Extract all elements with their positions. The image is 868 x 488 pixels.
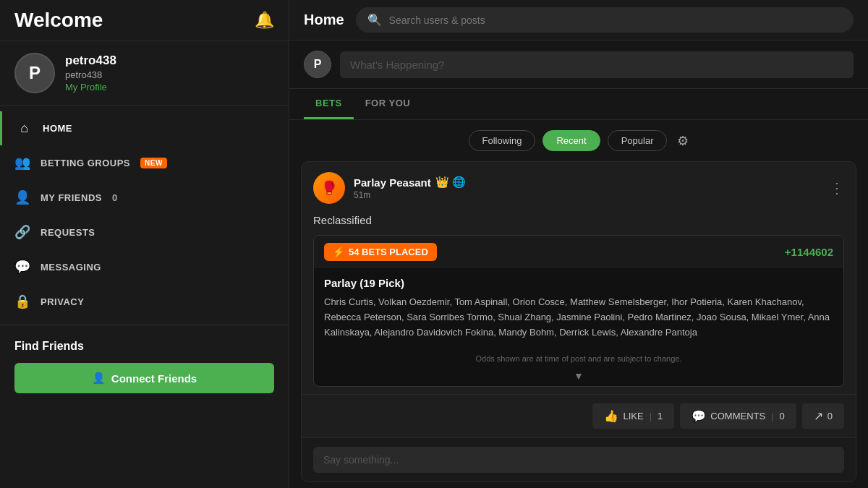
nav-label-home: HOME <box>43 123 72 134</box>
connect-label: Connect Friends <box>111 372 197 385</box>
bets-badge-label: 54 BETS PLACED <box>349 247 428 257</box>
nav-section: ⌂ HOME 👥 BETTING GROUPS NEW 👤 MY FRIENDS… <box>0 106 289 325</box>
nav-label-betting-groups: BETTING GROUPS <box>41 158 130 168</box>
sidebar: Welcome 🔔 P petro438 petro438 My Profile… <box>0 0 289 488</box>
bet-picks: Chris Curtis, Volkan Oezdemir, Tom Aspin… <box>324 295 833 340</box>
post-user-emojis: 👑 🌐 <box>435 176 466 189</box>
post-user-info: Parlay Peasant 👑 🌐 51m <box>354 176 466 200</box>
post-actions: 👍 LIKE | 1 💬 COMMENTS | 0 ↗ 0 <box>302 394 856 437</box>
privacy-icon: 🔒 <box>14 294 30 309</box>
post-body: Reclassified ⚡ 54 BETS PLACED +1144602 P… <box>302 214 856 394</box>
bets-badge-icon: ⚡ <box>333 247 344 257</box>
filter-popular[interactable]: Popular <box>608 130 668 151</box>
like-divider: | <box>650 411 652 421</box>
nav-label-messaging: MESSAGING <box>41 262 101 273</box>
filter-following[interactable]: Following <box>469 130 536 151</box>
comment-box <box>302 437 856 481</box>
main-content: Home 🔍 P BETS FOR YOU Following Recent P… <box>289 0 868 488</box>
comments-count: 0 <box>780 411 785 421</box>
search-bar: 🔍 <box>356 7 854 33</box>
post-box: P <box>289 40 868 89</box>
post-input[interactable] <box>340 51 854 78</box>
post-header: 🥊 Parlay Peasant 👑 🌐 51m ⋮ <box>302 162 856 214</box>
post-box-avatar: P <box>304 51 331 78</box>
post-card: 🥊 Parlay Peasant 👑 🌐 51m ⋮ Reclassified <box>301 161 856 482</box>
comments-label: COMMENTS <box>710 411 765 421</box>
find-friends-section: Find Friends 👤 Connect Friends <box>0 325 289 408</box>
post-user-avatar: 🥊 <box>313 172 345 204</box>
post-time: 51m <box>354 190 466 200</box>
more-options-icon[interactable]: ⋮ <box>830 179 844 197</box>
post-user: 🥊 Parlay Peasant 👑 🌐 51m <box>313 172 466 204</box>
post-username: Parlay Peasant 👑 🌐 <box>354 176 466 189</box>
connect-friends-button[interactable]: 👤 Connect Friends <box>14 363 274 393</box>
nav-label-privacy: PRIVACY <box>41 296 84 307</box>
filter-row: Following Recent Popular ⚙ <box>289 120 868 161</box>
bet-chevron-icon[interactable]: ▼ <box>314 366 843 386</box>
share-count: 0 <box>827 411 833 421</box>
topbar: Home 🔍 <box>289 0 868 40</box>
content-area: P BETS FOR YOU Following Recent Popular … <box>289 40 868 488</box>
find-friends-title: Find Friends <box>14 340 274 353</box>
search-icon: 🔍 <box>367 13 382 27</box>
bet-body: Parlay (19 Pick) Chris Curtis, Volkan Oe… <box>314 268 843 348</box>
bet-type: Parlay (19 Pick) <box>324 277 833 289</box>
profile-name: petro438 <box>65 53 116 68</box>
like-label: LIKE <box>623 411 643 421</box>
nav-label-requests: REQUESTS <box>41 227 95 238</box>
filter-adjust-icon[interactable]: ⚙ <box>677 133 689 149</box>
like-button[interactable]: 👍 LIKE | 1 <box>592 403 674 429</box>
requests-icon: 🔗 <box>14 224 30 240</box>
comments-divider: | <box>771 411 773 421</box>
search-input[interactable] <box>389 14 842 26</box>
comments-button[interactable]: 💬 COMMENTS | 0 <box>680 403 796 429</box>
like-icon: 👍 <box>604 409 618 423</box>
sidebar-header: Welcome 🔔 <box>0 0 289 41</box>
tab-for-you[interactable]: FOR YOU <box>354 89 422 119</box>
new-badge: NEW <box>140 158 167 168</box>
comments-icon: 💬 <box>692 409 706 423</box>
sidebar-item-home[interactable]: ⌂ HOME <box>0 111 289 145</box>
bets-badge: ⚡ 54 BETS PLACED <box>324 243 437 261</box>
bet-odds: +1144602 <box>785 246 833 258</box>
bell-icon[interactable]: 🔔 <box>255 11 274 30</box>
bet-header: ⚡ 54 BETS PLACED +1144602 <box>314 236 843 268</box>
sidebar-item-betting-groups[interactable]: 👥 BETTING GROUPS NEW <box>0 145 289 180</box>
comment-input[interactable] <box>313 447 844 473</box>
sidebar-item-messaging[interactable]: 💬 MESSAGING <box>0 249 289 284</box>
friends-icon: 👤 <box>14 189 30 205</box>
messaging-icon: 💬 <box>14 259 30 275</box>
bet-disclaimer: Odds shown are at time of post and are s… <box>314 348 843 366</box>
sidebar-item-my-friends[interactable]: 👤 MY FRIENDS 0 <box>0 180 289 215</box>
profile-link[interactable]: My Profile <box>65 82 116 93</box>
tabs: BETS FOR YOU <box>289 89 868 120</box>
profile-handle: petro438 <box>65 69 116 80</box>
sidebar-item-privacy[interactable]: 🔒 PRIVACY <box>0 284 289 319</box>
filter-recent[interactable]: Recent <box>542 130 600 151</box>
home-icon: ⌂ <box>17 121 33 136</box>
betting-groups-icon: 👥 <box>14 155 30 171</box>
share-button[interactable]: ↗ 0 <box>802 403 844 429</box>
like-count: 1 <box>658 411 663 421</box>
friend-count: 0 <box>112 192 118 203</box>
post-text: Reclassified <box>313 214 844 226</box>
topbar-title: Home <box>304 12 344 28</box>
avatar: P <box>14 53 55 93</box>
sidebar-title: Welcome <box>14 9 103 32</box>
profile-info: petro438 petro438 My Profile <box>65 53 116 93</box>
connect-icon: 👤 <box>92 372 106 385</box>
tab-bets[interactable]: BETS <box>304 89 354 119</box>
sidebar-item-requests[interactable]: 🔗 REQUESTS <box>0 215 289 249</box>
bet-card: ⚡ 54 BETS PLACED +1144602 Parlay (19 Pic… <box>313 235 844 387</box>
share-icon: ↗ <box>814 409 823 423</box>
profile-section: P petro438 petro438 My Profile <box>0 41 289 106</box>
nav-label-my-friends: MY FRIENDS <box>41 192 102 203</box>
